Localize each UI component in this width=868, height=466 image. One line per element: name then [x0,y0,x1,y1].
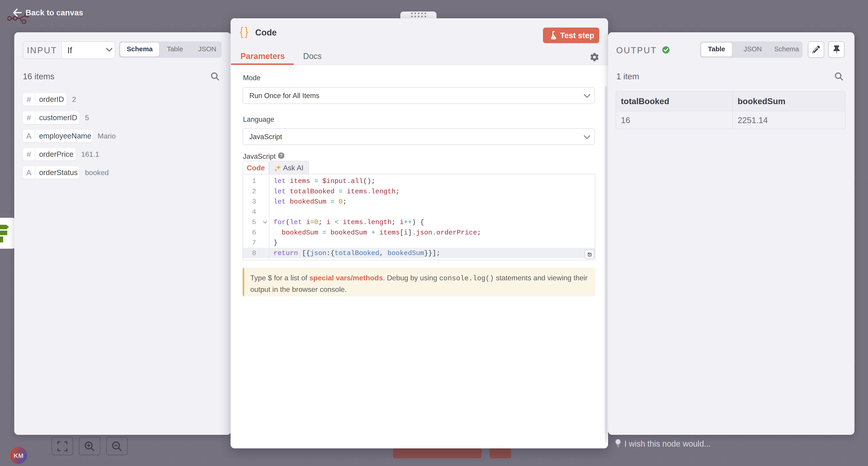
svg-text:?: ? [280,153,283,158]
